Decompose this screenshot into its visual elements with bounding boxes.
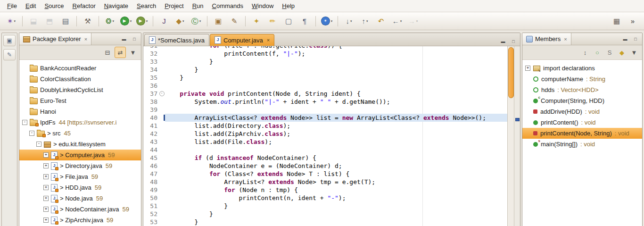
debug-button[interactable]: ❂▾ <box>102 15 117 27</box>
code-editor[interactable]: 31 for (File f : hdd.get(File.class)) {3… <box>143 46 520 226</box>
tree-item[interactable]: +> ZipArchiv.java59 <box>19 215 141 226</box>
tree-expander-icon[interactable]: + <box>43 218 49 223</box>
scrollbar-thumb[interactable] <box>508 47 514 98</box>
build-all-button[interactable]: ⚒ <box>80 15 95 27</box>
member-item[interactable]: +hdds : Vector<HDD> <box>522 84 642 95</box>
tree-item[interactable]: +Euro-Test <box>19 95 141 106</box>
view-menu-icon[interactable]: ▼ <box>128 47 138 58</box>
menu-search[interactable]: Search <box>132 1 160 11</box>
editor-tab[interactable]: *SomeClass.java <box>144 34 209 46</box>
restore-view-button[interactable]: ▣ <box>3 35 16 46</box>
next-annotation-button[interactable]: ↓▾ <box>341 15 356 27</box>
new-package-button[interactable]: ◆▾ <box>173 15 188 27</box>
back-button[interactable]: ←▾ <box>389 15 405 27</box>
menu-refactor[interactable]: Refactor <box>68 1 100 11</box>
menu-commands[interactable]: Commands <box>208 1 248 11</box>
tree-expander-icon[interactable]: - <box>36 142 41 147</box>
tree-expander-icon[interactable]: - <box>29 131 34 136</box>
member-expander-icon[interactable]: + <box>525 66 530 71</box>
java-perspective-button[interactable]: ✴▾ <box>319 15 334 27</box>
export-jar-button[interactable]: ▣ <box>211 15 226 27</box>
tree-item[interactable]: +> Computer.java59 <box>19 150 141 160</box>
menu-navigate[interactable]: Navigate <box>100 1 132 11</box>
maximize-button[interactable]: □ <box>130 35 139 43</box>
tree-expander-icon[interactable]: + <box>43 196 49 201</box>
new-wizard-button[interactable]: ✶▾ <box>4 15 19 27</box>
members-view-tab[interactable]: Members × <box>522 33 571 45</box>
tree-item[interactable]: +> File.java59 <box>19 171 141 182</box>
tree-item[interactable]: +BankAccountReader <box>19 63 141 74</box>
tree-item[interactable]: +> Node.java59 <box>19 193 141 204</box>
sort-members-icon[interactable]: ↕ <box>580 47 590 58</box>
minimize-button[interactable]: ▬ <box>119 35 129 43</box>
editor-vertical-scrollbar[interactable] <box>507 46 514 226</box>
minimize-button[interactable]: ▬ <box>620 35 630 43</box>
menu-help[interactable]: Help <box>278 1 299 11</box>
tree-item[interactable]: -> edu.kit.filesystem <box>19 139 141 150</box>
close-tab-icon[interactable]: × <box>267 37 270 43</box>
run-external-button[interactable]: ▶▾ <box>134 15 149 27</box>
print-button[interactable]: ▤ <box>58 15 73 27</box>
tree-expander-icon[interactable]: - <box>22 120 27 125</box>
menu-file[interactable]: File <box>3 1 21 11</box>
close-view-icon[interactable]: × <box>564 36 567 42</box>
fold-collapse-icon[interactable]: - <box>159 91 165 96</box>
show-whitespace-button[interactable]: ¶ <box>297 15 312 27</box>
link-with-editor-icon[interactable]: ⇄ <box>115 47 126 58</box>
view-menu-icon[interactable]: ▼ <box>629 47 639 58</box>
menu-run[interactable]: Run <box>188 1 208 11</box>
editor-tab[interactable]: Computer.java× <box>210 34 274 46</box>
tree-item[interactable]: +DoublyLinkedCyclicList <box>19 84 141 95</box>
member-label: printContent(Node, String) <box>540 130 612 137</box>
javadoc-button[interactable]: ✎ <box>227 15 242 27</box>
member-item[interactable]: +Computer(String, HDD) <box>522 95 642 106</box>
maximize-button[interactable]: □ <box>631 35 640 43</box>
member-item[interactable]: +printContent(Node, String) : void <box>522 128 642 139</box>
menu-window[interactable]: Window <box>248 1 278 11</box>
tree-expander-icon[interactable]: + <box>43 163 49 168</box>
package-explorer-view-tab[interactable]: Package Explorer × <box>19 33 91 45</box>
tree-expander-icon[interactable]: + <box>43 185 49 190</box>
search-button[interactable]: ✦ <box>249 15 264 27</box>
menu-edit[interactable]: Edit <box>21 1 40 11</box>
tree-item[interactable]: -IpdFs44 [https://svnserver.i <box>19 117 141 128</box>
member-item[interactable]: +import declarations <box>522 63 642 74</box>
tree-item[interactable]: +> HDD.java59 <box>19 182 141 193</box>
editor-tab-bar: *SomeClass.javaComputer.java× ▬ □ <box>143 33 520 46</box>
tree-item[interactable]: +Hanoi <box>19 106 141 117</box>
collapse-all-icon[interactable]: ⊟ <box>102 47 113 58</box>
overview-ruler[interactable] <box>514 46 520 226</box>
editor-presentation-button[interactable]: ▦ <box>609 15 624 27</box>
member-item[interactable]: +addDrive(HDD) : void <box>522 106 642 117</box>
field-icon <box>533 87 538 92</box>
line-number: 37 <box>143 90 158 98</box>
new-java-project-button[interactable]: J <box>157 15 172 27</box>
member-item[interactable]: +computerName : String <box>522 74 642 84</box>
tree-expander-icon[interactable]: + <box>43 207 49 212</box>
tree-item[interactable]: -> src45 <box>19 128 141 139</box>
toolbar-overflow-button[interactable]: » <box>625 15 640 27</box>
last-edit-location-button[interactable]: ↶ <box>373 15 388 27</box>
hide-nonpublic-icon[interactable]: ◆ <box>617 47 627 58</box>
tree-expander-icon[interactable]: + <box>43 152 49 158</box>
mark-occurrences-button[interactable]: ✏ <box>265 15 280 27</box>
previous-annotation-button[interactable]: ↑▾ <box>357 15 372 27</box>
hide-fields-icon[interactable]: ○ <box>592 47 603 58</box>
menu-project[interactable]: Project <box>160 1 188 11</box>
hide-static-icon[interactable]: S <box>604 47 615 58</box>
tree-item[interactable]: +> NodeContainer.java59 <box>19 204 141 215</box>
member-item[interactable]: +printContent() : void <box>522 117 642 128</box>
dropdown-arrow-icon: ▾ <box>182 19 184 23</box>
tree-expander-icon[interactable]: + <box>43 174 49 179</box>
maximize-button[interactable]: □ <box>509 37 518 46</box>
tree-item[interactable]: +ColorClassification <box>19 74 141 84</box>
new-class-button[interactable]: Ⓒ▾ <box>189 15 204 27</box>
member-item[interactable]: +main(String[]) : void <box>522 139 642 150</box>
show-view-button[interactable]: ▢ <box>281 15 296 27</box>
menu-source[interactable]: Source <box>40 1 68 11</box>
close-view-icon[interactable]: × <box>84 36 87 42</box>
tree-item[interactable]: +> Directory.java59 <box>19 160 141 171</box>
minimize-button[interactable]: ▬ <box>498 37 508 46</box>
run-button[interactable]: ▶▾ <box>118 15 133 27</box>
open-editor-shortcut-button[interactable]: ✎ <box>3 49 16 60</box>
